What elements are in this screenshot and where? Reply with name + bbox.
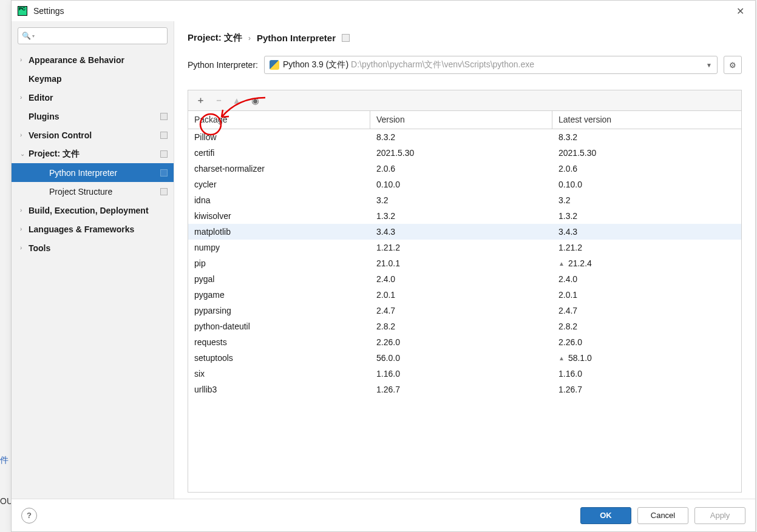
col-version[interactable]: Version bbox=[370, 111, 552, 129]
sidebar-item-editor[interactable]: ›Editor bbox=[12, 88, 174, 107]
package-name: cycler bbox=[188, 180, 370, 189]
interpreter-path: D:\python\pycharm\文件\venv\Scripts\python… bbox=[351, 59, 702, 70]
package-version: 2.0.6 bbox=[370, 164, 552, 173]
table-row[interactable]: pyparsing2.4.72.4.7 bbox=[188, 303, 741, 318]
package-version: 56.0.0 bbox=[370, 353, 552, 363]
table-row[interactable]: charset-normalizer2.0.62.0.6 bbox=[188, 161, 741, 177]
breadcrumb-root[interactable]: Project: 文件 bbox=[188, 32, 242, 44]
table-row[interactable]: Pillow8.3.28.3.2 bbox=[188, 129, 741, 145]
sidebar-item-label: Editor bbox=[29, 93, 168, 103]
chevron-down-icon: ▼ bbox=[706, 62, 712, 69]
sidebar-item-tools[interactable]: ›Tools bbox=[12, 238, 174, 257]
package-name: pip bbox=[188, 258, 370, 268]
table-row[interactable]: cycler0.10.00.10.0 bbox=[188, 177, 741, 192]
sidebar-item-python-interpreter[interactable]: Python Interpreter bbox=[12, 163, 174, 182]
latest-version-text: 1.16.0 bbox=[558, 369, 582, 379]
package-latest: 0.10.0 bbox=[552, 180, 741, 189]
tree-arrow-icon: › bbox=[20, 94, 29, 101]
package-latest: ▲21.2.4 bbox=[552, 258, 741, 268]
package-version: 2.4.0 bbox=[370, 274, 552, 284]
package-toolbar: ＋ － ▲ ◉ bbox=[188, 90, 742, 110]
table-row[interactable]: idna3.23.2 bbox=[188, 192, 741, 208]
main-panel: Project: 文件 › Python Interpreter Python … bbox=[174, 21, 755, 499]
table-row[interactable]: six1.16.01.16.0 bbox=[188, 366, 741, 382]
table-row[interactable]: python-dateutil2.8.22.8.2 bbox=[188, 318, 741, 334]
latest-version-text: 2.4.7 bbox=[558, 306, 577, 315]
package-version: 3.4.3 bbox=[370, 227, 552, 237]
package-name: pygame bbox=[188, 290, 370, 300]
show-early-releases-button[interactable]: ◉ bbox=[246, 93, 263, 109]
ok-button[interactable]: OK bbox=[580, 507, 631, 524]
table-row[interactable]: numpy1.21.21.21.2 bbox=[188, 240, 741, 255]
package-name: pygal bbox=[188, 274, 370, 284]
package-name: setuptools bbox=[188, 353, 370, 363]
latest-version-text: 2.0.6 bbox=[558, 164, 577, 173]
package-name: pyparsing bbox=[188, 306, 370, 315]
sidebar-item-languages-frameworks[interactable]: ›Languages & Frameworks bbox=[12, 220, 174, 238]
package-name: charset-normalizer bbox=[188, 164, 370, 173]
help-button[interactable]: ? bbox=[21, 508, 37, 524]
package-latest: 2.4.7 bbox=[552, 306, 741, 315]
latest-version-text: 21.2.4 bbox=[568, 258, 592, 268]
sidebar-item-appearance-behavior[interactable]: ›Appearance & Behavior bbox=[12, 50, 174, 69]
sidebar-item-plugins[interactable]: Plugins bbox=[12, 107, 174, 126]
upgrade-package-button[interactable]: ▲ bbox=[228, 93, 245, 109]
latest-version-text: 3.4.3 bbox=[558, 227, 577, 237]
sidebar-item-label: Keymap bbox=[29, 74, 168, 84]
sidebar-item-project-structure[interactable]: Project Structure bbox=[12, 182, 174, 201]
sidebar-item-build-execution-deployment[interactable]: ›Build, Execution, Deployment bbox=[12, 201, 174, 220]
package-name: python-dateutil bbox=[188, 322, 370, 331]
search-input[interactable]: 🔍▾ bbox=[18, 27, 168, 44]
package-version: 1.21.2 bbox=[370, 243, 552, 252]
latest-version-text: 0.10.0 bbox=[558, 180, 582, 189]
sidebar-item-version-control[interactable]: ›Version Control bbox=[12, 126, 174, 144]
sidebar-item-label: Project: 文件 bbox=[29, 149, 160, 160]
interpreter-settings-button[interactable]: ⚙ bbox=[724, 56, 742, 74]
table-row[interactable]: pygal2.4.02.4.0 bbox=[188, 271, 741, 287]
package-name: urllib3 bbox=[188, 385, 370, 394]
package-version: 2.0.1 bbox=[370, 290, 552, 300]
project-badge-icon bbox=[160, 132, 168, 139]
table-row[interactable]: requests2.26.02.26.0 bbox=[188, 334, 741, 350]
package-name: requests bbox=[188, 337, 370, 347]
apply-button[interactable]: Apply bbox=[694, 507, 745, 524]
package-name: certifi bbox=[188, 148, 370, 158]
table-row[interactable]: certifi2021.5.302021.5.30 bbox=[188, 145, 741, 161]
table-row[interactable]: pygame2.0.12.0.1 bbox=[188, 287, 741, 303]
package-latest: 2.26.0 bbox=[552, 337, 741, 347]
sidebar-item-label: Languages & Frameworks bbox=[29, 224, 168, 234]
package-latest: 3.4.3 bbox=[552, 227, 741, 237]
package-version: 2.4.7 bbox=[370, 306, 552, 315]
sidebar-item-project-[interactable]: ⌄Project: 文件 bbox=[12, 144, 174, 163]
tree-arrow-icon: › bbox=[20, 56, 29, 63]
latest-version-text: 1.21.2 bbox=[558, 243, 582, 252]
latest-version-text: 3.2 bbox=[558, 195, 570, 205]
table-row[interactable]: matplotlib3.4.33.4.3 bbox=[188, 224, 741, 240]
table-body: Pillow8.3.28.3.2certifi2021.5.302021.5.3… bbox=[188, 129, 741, 492]
background-text: 件 bbox=[0, 455, 8, 466]
sidebar-item-label: Appearance & Behavior bbox=[29, 55, 168, 65]
table-row[interactable]: setuptools56.0.0▲58.1.0 bbox=[188, 350, 741, 366]
col-latest[interactable]: Latest version bbox=[552, 111, 741, 129]
latest-version-text: 2.26.0 bbox=[558, 337, 582, 347]
remove-package-button[interactable]: － bbox=[210, 93, 227, 109]
package-version: 2.8.2 bbox=[370, 322, 552, 331]
add-package-button[interactable]: ＋ bbox=[192, 93, 209, 109]
table-row[interactable]: pip21.0.1▲21.2.4 bbox=[188, 255, 741, 271]
package-version: 1.3.2 bbox=[370, 211, 552, 221]
sidebar-item-keymap[interactable]: Keymap bbox=[12, 69, 174, 88]
interpreter-select[interactable]: Python 3.9 (文件) D:\python\pycharm\文件\ven… bbox=[264, 56, 718, 74]
package-latest: 1.3.2 bbox=[552, 211, 741, 221]
table-row[interactable]: urllib31.26.71.26.7 bbox=[188, 382, 741, 397]
latest-version-text: 58.1.0 bbox=[568, 353, 592, 363]
cancel-button[interactable]: Cancel bbox=[637, 507, 688, 524]
package-name: numpy bbox=[188, 243, 370, 252]
sidebar-item-label: Python Interpreter bbox=[49, 168, 160, 178]
latest-version-text: 2.0.1 bbox=[558, 290, 577, 300]
col-package[interactable]: Package bbox=[188, 111, 370, 129]
table-row[interactable]: kiwisolver1.3.21.3.2 bbox=[188, 208, 741, 224]
sidebar-item-label: Tools bbox=[29, 243, 168, 253]
close-button[interactable]: ✕ bbox=[731, 5, 749, 17]
package-version: 3.2 bbox=[370, 195, 552, 205]
breadcrumb: Project: 文件 › Python Interpreter bbox=[188, 32, 742, 44]
